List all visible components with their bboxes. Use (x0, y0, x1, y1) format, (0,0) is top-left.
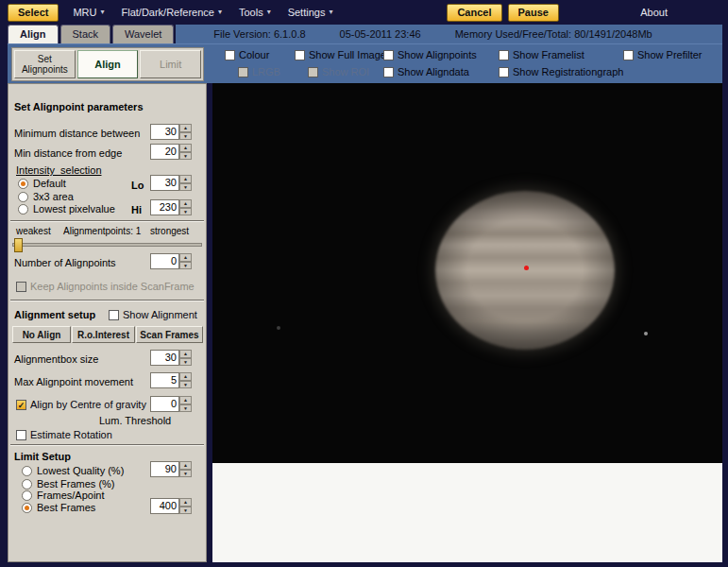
show-prefilter-checkbox[interactable] (623, 50, 634, 60)
best-frames-radio-item[interactable]: Best Frames (22, 502, 95, 513)
intensity-3x3-radio-item[interactable]: 3x3 area (18, 191, 74, 202)
show-full-image-checkbox[interactable] (295, 50, 305, 60)
align-by-cog-checkbox-item[interactable]: ✓ Align by Centre of gravity (16, 399, 146, 410)
show-framelist-checkbox-item[interactable]: Show Framelist (499, 49, 584, 60)
radio-button[interactable] (22, 479, 32, 490)
spin-down-button[interactable]: ▼ (179, 404, 192, 413)
show-registrationgraph-checkbox[interactable] (499, 67, 509, 77)
intensity-slider[interactable] (12, 243, 202, 247)
show-alignpoints-checkbox[interactable] (383, 50, 394, 60)
colour-checkbox[interactable] (225, 50, 235, 60)
spin-down-button[interactable]: ▼ (179, 262, 192, 270)
spin-up-button[interactable]: ▲ (179, 144, 192, 152)
spin-down-button[interactable]: ▼ (179, 208, 192, 216)
hi-value[interactable]: 230 (150, 199, 179, 215)
estimate-rotation-checkbox[interactable] (16, 430, 26, 440)
align-by-cog-label: Align by Centre of gravity (30, 399, 146, 410)
select-button[interactable]: Select (8, 4, 59, 22)
menu-mru[interactable]: MRU ▾ (64, 3, 112, 22)
lowest-quality-radio-item[interactable]: Lowest Quality (%) (22, 465, 124, 476)
menu-mru-label: MRU (73, 7, 96, 18)
colour-checkbox-item[interactable]: Colour (225, 49, 269, 60)
radio-button[interactable] (22, 503, 32, 513)
intensity-lowest-pixelvalue-radio-item[interactable]: Lowest pixelvalue (18, 203, 115, 215)
spin-up-button[interactable]: ▲ (179, 124, 192, 132)
intensity-default-radio-item[interactable]: Default (18, 178, 66, 189)
alignmentpoints-count-label: Alignmentpoints: 1 (63, 226, 141, 236)
show-alignment-checkbox-item[interactable]: Show Alignment (109, 309, 197, 320)
roi-button[interactable]: R.o.Interest (72, 326, 135, 343)
scan-frames-button[interactable]: Scan Frames (136, 326, 203, 343)
alignmentbox-size-spinner: 30 ▲▼ (150, 350, 192, 366)
moon-dot (277, 326, 280, 330)
radio-button[interactable] (18, 204, 28, 215)
align-mode-button[interactable]: Align (77, 50, 139, 78)
lo-spinner: 30 ▲▼ (150, 175, 192, 191)
spin-down-button[interactable]: ▼ (179, 470, 192, 478)
menu-settings-label: Settings (288, 7, 326, 18)
radio-button[interactable] (22, 466, 32, 476)
image-view[interactable] (212, 83, 722, 463)
min-distance-between-value[interactable]: 30 (150, 124, 179, 140)
show-prefilter-checkbox-item[interactable]: Show Prefilter (623, 49, 702, 60)
show-framelist-checkbox[interactable] (499, 50, 509, 60)
show-aligndata-checkbox-item[interactable]: Show Aligndata (383, 66, 469, 77)
spin-up-button[interactable]: ▲ (179, 396, 192, 404)
show-full-image-checkbox-item[interactable]: Show Full Image (295, 49, 386, 60)
no-align-button[interactable]: No Align (12, 326, 71, 343)
menu-flat-dark-reference[interactable]: Flat/Dark/Reference ▾ (113, 3, 230, 22)
slider-thumb[interactable] (14, 238, 23, 252)
radio-button[interactable] (18, 179, 28, 189)
number-of-alignpoints-label: Number of Alignpoints (14, 257, 116, 268)
lrgb-checkbox-item: LRGB (238, 66, 280, 77)
show-alignpoints-label: Show Alignpoints (398, 49, 477, 60)
best-frames-pct-radio-item[interactable]: Best Frames (%) (22, 478, 115, 490)
alignpoint-params-title: Set Alignpoint parameters (14, 101, 144, 112)
lo-value[interactable]: 30 (150, 175, 179, 191)
spin-up-button[interactable]: ▲ (179, 253, 192, 262)
best-frames-value[interactable]: 400 (150, 498, 179, 514)
number-of-alignpoints-value[interactable]: 0 (150, 253, 179, 269)
min-distance-edge-label: Min distance from edge (14, 147, 122, 159)
spin-down-button[interactable]: ▼ (179, 358, 192, 367)
pause-button[interactable]: Pause (508, 4, 559, 22)
spin-up-button[interactable]: ▲ (179, 498, 192, 507)
tab-align[interactable]: Align (8, 25, 59, 43)
show-alignment-checkbox[interactable] (109, 310, 119, 320)
set-alignpoints-button[interactable]: Set Alignpoints (14, 50, 76, 78)
max-alignpoint-movement-value[interactable]: 5 (150, 372, 179, 388)
spin-down-button[interactable]: ▼ (179, 152, 192, 161)
spin-down-button[interactable]: ▼ (179, 507, 192, 515)
show-alignpoints-checkbox-item[interactable]: Show Alignpoints (383, 49, 477, 60)
min-distance-edge-value[interactable]: 20 (150, 144, 179, 160)
spin-up-button[interactable]: ▲ (179, 199, 192, 208)
menu-tools[interactable]: Tools ▾ (230, 3, 279, 22)
alignment-setup-title: Alignment setup (14, 309, 95, 320)
spin-up-button[interactable]: ▲ (179, 461, 192, 470)
estimate-rotation-checkbox-item[interactable]: Estimate Rotation (16, 429, 112, 440)
tab-stack[interactable]: Stack (60, 25, 111, 43)
lo-label: Lo (131, 180, 144, 191)
spin-up-button[interactable]: ▲ (179, 350, 192, 358)
radio-button[interactable] (22, 490, 32, 501)
menu-about[interactable]: About (640, 7, 668, 18)
show-registrationgraph-checkbox-item[interactable]: Show Registrationgraph (499, 66, 623, 77)
lum-threshold-value[interactable]: 0 (150, 396, 179, 412)
spin-down-button[interactable]: ▼ (179, 132, 192, 141)
spin-down-button[interactable]: ▼ (179, 183, 192, 192)
align-by-cog-checkbox[interactable]: ✓ (16, 400, 26, 410)
tab-wavelet[interactable]: Wavelet (112, 25, 174, 43)
show-aligndata-checkbox[interactable] (383, 67, 394, 77)
spin-down-button[interactable]: ▼ (179, 381, 192, 389)
alignmentbox-size-value[interactable]: 30 (150, 350, 179, 366)
spin-up-button[interactable]: ▲ (179, 175, 192, 183)
hi-label: Hi (131, 204, 142, 215)
spin-up-button[interactable]: ▲ (179, 372, 192, 381)
lowest-quality-value[interactable]: 90 (150, 461, 179, 477)
radio-button[interactable] (18, 192, 28, 202)
frames-apoint-radio-item[interactable]: Frames/Apoint (22, 490, 105, 501)
menu-settings[interactable]: Settings ▾ (279, 3, 342, 22)
min-distance-edge-spinner: 20 ▲▼ (150, 144, 192, 160)
cancel-button[interactable]: Cancel (447, 4, 501, 22)
chevron-down-icon: ▾ (218, 9, 222, 16)
